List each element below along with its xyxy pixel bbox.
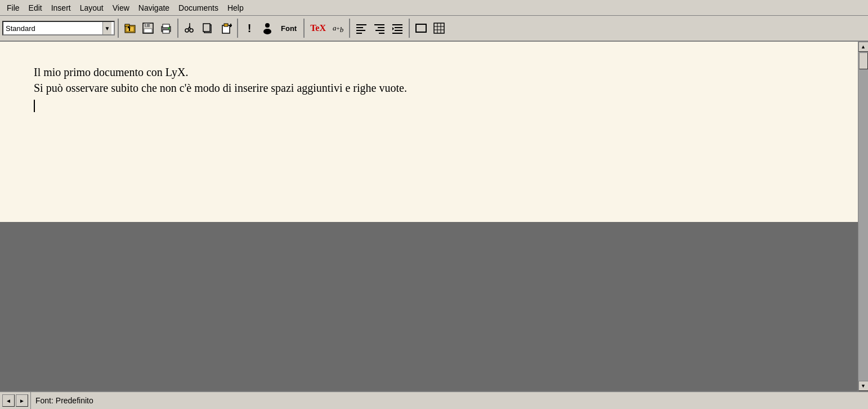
indent-icon [391, 22, 404, 34]
right-scrollbar: ▲ ▼ [858, 42, 868, 391]
svg-rect-3 [129, 28, 130, 31]
svg-rect-30 [374, 24, 384, 25]
svg-rect-27 [356, 27, 363, 28]
folder-open-icon [124, 22, 136, 34]
text-cursor [34, 100, 35, 112]
content-area: Il mio primo documento con LyX. Si può o… [0, 42, 868, 391]
align-left-button[interactable] [353, 20, 370, 37]
scroll-track[interactable] [858, 52, 869, 381]
svg-marker-38 [392, 27, 394, 30]
menu-layout[interactable]: Layout [75, 2, 108, 14]
svg-rect-32 [375, 30, 384, 31]
print-icon [160, 22, 172, 34]
menu-documents[interactable]: Documents [174, 2, 223, 14]
box-button[interactable] [413, 20, 429, 37]
scroll-left-button[interactable]: ◄ [2, 394, 15, 407]
tex-button[interactable]: TeX [307, 20, 329, 37]
print-button[interactable] [158, 20, 175, 37]
menu-bar: File Edit Insert Layout View Navigate Do… [0, 0, 868, 16]
svg-rect-34 [392, 24, 402, 25]
math-b: b [340, 25, 344, 34]
svg-point-12 [168, 28, 170, 29]
svg-rect-6 [145, 23, 150, 27]
toolbar-separator-6 [409, 19, 410, 38]
main-content: Il mio primo documento con LyX. Si può o… [0, 42, 858, 391]
svg-rect-36 [395, 30, 402, 31]
save-button[interactable] [140, 20, 156, 37]
exclamation-icon: ! [248, 22, 252, 35]
svg-rect-10 [163, 24, 169, 28]
svg-rect-31 [378, 27, 384, 28]
svg-rect-37 [392, 33, 402, 34]
spellcheck-button[interactable] [259, 20, 276, 37]
align-right-button[interactable] [371, 20, 388, 37]
document-page[interactable]: Il mio primo documento con LyX. Si può o… [0, 42, 858, 222]
align-left-icon [355, 22, 368, 34]
toolbar-separator-1 [118, 19, 119, 38]
cut-button[interactable] [181, 20, 198, 37]
svg-rect-21 [224, 24, 228, 26]
svg-point-25 [263, 29, 271, 34]
bottom-bar: ◄ ► Font: Predefinito [0, 391, 868, 409]
scroll-down-button[interactable]: ▼ [858, 381, 869, 391]
menu-help[interactable]: Help [223, 2, 248, 14]
svg-rect-19 [203, 24, 210, 32]
menu-view[interactable]: View [108, 2, 134, 14]
scroll-right-button[interactable]: ► [16, 394, 28, 407]
menu-edit[interactable]: Edit [24, 2, 47, 14]
math-button[interactable]: a + b [330, 20, 346, 37]
rectangle-icon [415, 24, 427, 33]
document-line2: Si può osservare subito che non c'è modo… [34, 80, 824, 96]
scissors-icon [184, 22, 196, 34]
svg-rect-26 [356, 24, 366, 25]
horizontal-scroll-buttons: ◄ ► [0, 392, 31, 409]
svg-rect-39 [434, 23, 444, 33]
svg-rect-29 [356, 33, 362, 34]
svg-rect-11 [163, 30, 169, 33]
status-bar: Font: Predefinito [31, 395, 868, 406]
svg-rect-35 [395, 27, 402, 28]
svg-line-16 [190, 26, 190, 29]
toolbar-separator-5 [349, 19, 350, 38]
indent-button[interactable] [389, 20, 406, 37]
svg-rect-8 [144, 29, 152, 33]
style-dropdown[interactable]: Standard ▼ [2, 21, 115, 35]
align-right-icon [373, 22, 386, 34]
paste-icon [220, 22, 232, 34]
toolbar-separator-4 [303, 19, 305, 38]
document-line1: Il mio primo documento con LyX. [34, 64, 824, 80]
gray-area [0, 222, 858, 391]
paste-button[interactable] [217, 20, 234, 37]
svg-rect-28 [356, 30, 365, 31]
style-dropdown-value: Standard [6, 24, 35, 33]
svg-rect-7 [146, 24, 147, 26]
toolbar-separator-3 [237, 19, 238, 38]
copy-icon [202, 22, 214, 34]
check-button[interactable]: ! [241, 20, 258, 37]
table-icon [433, 22, 445, 34]
table-button[interactable] [431, 20, 448, 37]
open-button[interactable] [122, 20, 138, 37]
svg-rect-33 [379, 33, 384, 34]
menu-insert[interactable]: Insert [47, 2, 75, 14]
person-icon [261, 22, 274, 34]
tex-label: TeX [310, 23, 326, 33]
copy-button[interactable] [199, 20, 216, 37]
scroll-up-button[interactable]: ▲ [858, 42, 869, 52]
menu-navigate[interactable]: Navigate [134, 2, 174, 14]
toolbar: Standard ▼ [0, 16, 868, 42]
svg-point-24 [265, 23, 270, 28]
menu-file[interactable]: File [2, 2, 24, 14]
toolbar-separator-2 [177, 19, 178, 38]
scroll-thumb[interactable] [859, 52, 868, 69]
font-button[interactable]: Font [277, 20, 301, 37]
dropdown-arrow-icon: ▼ [102, 22, 111, 34]
cursor-line [34, 98, 824, 114]
svg-rect-23 [230, 24, 231, 27]
save-icon [142, 22, 154, 34]
